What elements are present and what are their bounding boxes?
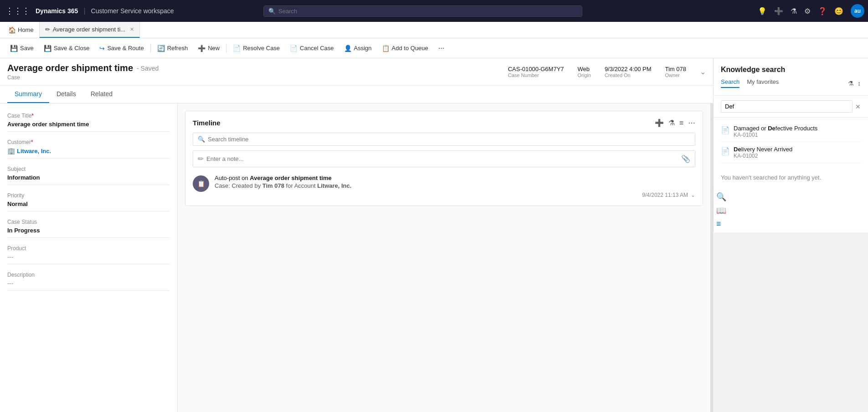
timeline-search-box[interactable]: 🔍 [193,133,695,146]
attachment-icon[interactable]: 📎 [681,154,690,163]
entry-sub-mid: for Account [286,182,318,189]
timeline-panel: Timeline ➕ ⚗ ≡ ⋯ 🔍 ✏ [178,103,710,412]
new-label: New [208,45,220,52]
save-route-label: Save & Route [107,45,144,52]
timeline-note-box[interactable]: ✏ 📎 [193,150,695,167]
subject-field: Subject Information [7,166,170,185]
save-route-icon: ↪ [99,45,105,52]
tab-summary[interactable]: Summary [7,86,49,103]
saved-badge: - Saved [137,65,159,72]
user-icon[interactable]: 😊 [834,7,843,15]
save-close-button[interactable]: 💾 Save & Close [39,42,94,55]
resolve-icon: 📄 [233,45,241,52]
created-on-label: Created On [605,72,631,78]
save-icon: 💾 [10,45,18,52]
case-title-area: Average order shipment time - Saved Case [7,63,499,81]
book-open-icon[interactable]: 📖 [716,206,865,216]
case-title-field-value[interactable]: Average order shipment time [7,121,170,132]
search-icon: 🔍 [268,8,276,15]
more-options-button[interactable]: ⋯ [434,42,449,54]
avatar[interactable]: au [851,4,864,18]
cancel-case-button[interactable]: 📄 Cancel Case [285,42,338,55]
expand-icon[interactable]: ⌄ [691,192,695,198]
list-icon[interactable]: ≡ [716,219,865,229]
knowledge-base-icon[interactable]: 🔍 [716,192,865,202]
priority-field-label: Priority [7,192,170,199]
entry-content: Auto-post on Average order shipment time… [215,175,695,198]
global-search-bar[interactable]: 🔍 [263,5,582,17]
owner-label: Owner [665,72,680,78]
new-button[interactable]: ➕ New [193,42,224,55]
filter-icon[interactable]: ⚗ [791,7,797,15]
home-icon: 🏠 [8,26,16,34]
entry-title: Auto-post on Average order shipment time [215,175,695,181]
product-value[interactable]: --- [7,253,170,264]
command-bar: 💾 Save 💾 Save & Close ↪ Save & Route 🔄 R… [0,38,868,58]
entry-sub-pre: Case: Created by [215,182,262,189]
active-case-tab[interactable]: ✏ Average order shipment ti... ✕ [40,22,140,38]
cancel-icon: 📄 [290,45,298,52]
settings-icon[interactable]: ⚙ [804,7,811,15]
save-route-button[interactable]: ↪ Save & Route [95,42,148,55]
knowledge-tab-group: Search My favorites [721,78,779,88]
knowledge-search-input[interactable] [721,100,853,113]
resolve-case-button[interactable]: 📄 Resolve Case [228,42,284,55]
knowledge-sort-icon[interactable]: ↕ [858,80,861,87]
timeline-add-icon[interactable]: ➕ [655,118,664,127]
result-text-2: Delivery Never Arrived KA-01002 [734,146,792,159]
nav-divider: | [83,7,85,15]
refresh-label: Refresh [167,45,188,52]
active-tab-label: Average order shipment ti... [53,26,125,33]
lightbulb-icon[interactable]: 💡 [758,7,767,15]
knowledge-tab-icons: ⚗ ↕ [848,80,861,87]
origin-value: Web [578,66,590,72]
knowledge-result-2[interactable]: 📄 Delivery Never Arrived KA-01002 [721,142,861,163]
knowledge-search-clear[interactable]: ✕ [855,103,861,110]
case-header: Average order shipment time - Saved Case… [0,58,713,86]
waffle-icon[interactable]: ⋮⋮⋮ [4,4,32,18]
knowledge-tab-search[interactable]: Search [721,78,740,88]
close-tab-icon[interactable]: ✕ [130,26,134,32]
assign-button[interactable]: 👤 Assign [339,42,376,55]
refresh-button[interactable]: 🔄 Refresh [153,42,193,55]
doc-icon-2: 📄 [721,147,730,155]
assign-label: Assign [354,45,372,52]
knowledge-filter-icon[interactable]: ⚗ [848,80,854,87]
timeline-filter-icon[interactable]: ⚗ [668,118,675,127]
description-value[interactable]: --- [7,280,170,291]
priority-field-value[interactable]: Normal [7,201,170,211]
knowledge-result-1[interactable]: 📄 Damaged or Defective Products KA-01001 [721,121,861,142]
add-icon[interactable]: ➕ [774,7,783,15]
case-area: Average order shipment time - Saved Case… [0,58,713,412]
case-status-value[interactable]: In Progress [7,227,170,238]
entry-title-bold: Average order shipment time [250,175,331,181]
customer-field-value[interactable]: 🏢 Litware, Inc. [7,147,170,159]
entry-avatar-icon: 📋 [197,180,205,187]
owner-meta: Tim 078 Owner [665,66,686,78]
timeline-more-icon[interactable]: ⋯ [688,118,695,127]
help-icon[interactable]: ❓ [818,7,827,15]
entry-avatar: 📋 [193,175,209,192]
owner-value: Tim 078 [665,66,686,72]
content-area: Case Title* Average order shipment time … [0,103,713,412]
knowledge-empty-message: You haven't searched for anything yet. [714,167,868,188]
case-tabs: Summary Details Related [0,86,713,103]
subject-field-value[interactable]: Information [7,174,170,185]
customer-field-label: Customer* [7,139,170,145]
timeline-note-input[interactable] [206,155,678,162]
home-tab[interactable]: 🏠 Home [3,22,40,38]
form-panel: Case Title* Average order shipment time … [0,103,178,412]
tab-related[interactable]: Related [83,86,120,103]
timeline-card: Timeline ➕ ⚗ ≡ ⋯ 🔍 ✏ [185,111,703,206]
save-button[interactable]: 💾 Save [5,42,38,55]
top-navigation: ⋮⋮⋮ Dynamics 365 | Customer Service work… [0,0,868,22]
knowledge-tab-favorites[interactable]: My favorites [747,78,779,88]
knowledge-search-row[interactable]: ✕ [714,96,868,118]
global-search-input[interactable] [278,8,577,15]
header-chevron-icon[interactable]: ⌄ [700,67,706,76]
tab-details[interactable]: Details [49,86,83,103]
timeline-search-input[interactable] [208,136,690,143]
timeline-view-icon[interactable]: ≡ [679,119,683,127]
description-label: Description [7,272,170,278]
add-to-queue-button[interactable]: 📋 Add to Queue [377,42,433,55]
